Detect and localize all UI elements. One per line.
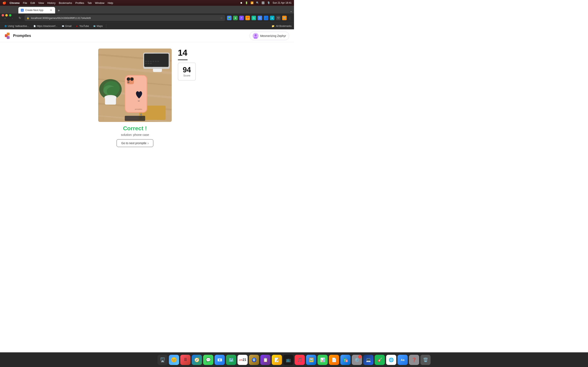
svg-rect-34 — [145, 63, 147, 64]
menubar-right: ⏺ 🔋 📶 🔍 🎛️ 🎙️ Sun 21 Apr 18:41 — [240, 1, 292, 4]
bookmark-label-0: Using 'radioactive... — [8, 25, 29, 27]
svg-rect-32 — [155, 61, 156, 62]
maximize-button[interactable] — [9, 14, 11, 17]
menubar-search-icon[interactable]: 🔍 — [256, 1, 259, 4]
bookmark-label-2: Gmail — [65, 25, 71, 27]
menubar-siri-icon[interactable]: 🎙️ — [267, 1, 270, 4]
tabs-dropdown[interactable]: ⌄ — [290, 9, 292, 13]
svg-point-4 — [255, 34, 257, 36]
score-label: Score — [183, 74, 190, 77]
menubar-tab[interactable]: Tab — [87, 1, 92, 4]
svg-rect-28 — [145, 61, 147, 62]
close-button[interactable] — [2, 14, 4, 17]
browser-frame: N Create Next App ✕ + ⌄ ‹ › ↻ 🔒 localhos… — [0, 6, 294, 29]
bookmark-star-icon[interactable]: ☆ — [220, 16, 223, 20]
solution-text: solution: phone case — [117, 133, 153, 136]
new-tab-button[interactable]: + — [56, 8, 62, 13]
main-content: ⌤ promptles Correct ! solution: phone ca… — [98, 49, 172, 147]
menubar-wifi-icon: 📶 — [251, 1, 254, 4]
ext-settings-icon[interactable]: ⚙️ — [282, 16, 287, 20]
svg-rect-44 — [125, 116, 145, 121]
menubar-control-icon[interactable]: 🎛️ — [261, 1, 265, 4]
logo-text: Promptles — [13, 34, 31, 38]
ext-grammarly-icon[interactable]: G — [251, 16, 256, 20]
svg-point-51 — [131, 78, 133, 80]
menubar-edit[interactable]: Edit — [30, 1, 35, 4]
bookmarks-separator — [106, 24, 106, 28]
game-image-container: ⌤ promptles — [98, 49, 172, 122]
reload-button[interactable]: ↻ — [17, 15, 22, 21]
menubar-battery-icon: 🔋 — [245, 1, 248, 4]
app-logo: Promptles — [5, 33, 31, 39]
user-name: Mesmerizing Zephyr — [260, 34, 286, 38]
menubar-history[interactable]: History — [47, 1, 55, 4]
avatar-icon — [253, 33, 259, 39]
all-bookmarks-label[interactable]: All Bookmarks — [276, 25, 292, 27]
ext-purple-icon[interactable]: P — [239, 16, 244, 20]
ext-shield-icon[interactable]: 🛡 — [276, 16, 281, 20]
apple-menu[interactable]: 🍎 — [2, 1, 6, 5]
result-section: Correct ! solution: phone case Go to nex… — [117, 125, 153, 147]
bookmarks-bar: 🌐 Using 'radioactive... 📄 https://stacko… — [0, 22, 294, 29]
svg-point-49 — [127, 78, 130, 80]
bookmark-stackoverflow[interactable]: 📄 https://stackoverf... — [31, 24, 59, 28]
traffic-lights — [0, 11, 13, 19]
menubar-chrome[interactable]: Chrome — [9, 1, 20, 4]
bookmark-youtube[interactable]: ▶ YouTube — [74, 24, 90, 28]
user-badge[interactable]: Mesmerizing Zephyr — [250, 32, 289, 40]
menubar-file[interactable]: File — [23, 1, 27, 4]
menubar-help[interactable]: Help — [108, 1, 113, 4]
tab-close-button[interactable]: ✕ — [49, 8, 53, 12]
ext-docs-icon[interactable]: S — [258, 16, 262, 20]
svg-rect-36 — [150, 63, 152, 64]
score-box: 94 Score — [178, 63, 196, 81]
bookmark-favicon-2: ✉️ — [61, 25, 64, 27]
menubar-profiles[interactable]: Profiles — [75, 1, 84, 4]
round-divider — [178, 59, 188, 60]
svg-rect-1 — [7, 33, 9, 35]
bookmark-label-1: https://stackoverf... — [37, 25, 57, 27]
menubar-bookmarks[interactable]: Bookmarks — [59, 1, 72, 4]
minimize-button[interactable] — [5, 14, 8, 17]
bookmarks-right-group[interactable]: 📁 All Bookmarks — [272, 25, 292, 27]
ext-teal-icon[interactable]: ● — [270, 16, 274, 20]
ext-fox-icon[interactable]: 🦊 — [245, 16, 250, 20]
bookmark-radioactive[interactable]: 🌐 Using 'radioactive... — [2, 24, 31, 28]
app-header: Promptles Mesmerizing Zephyr — [0, 29, 294, 42]
svg-rect-33 — [157, 61, 159, 62]
svg-rect-30 — [150, 61, 152, 62]
ext-puzzle-icon[interactable]: 🧩 — [227, 16, 232, 20]
svg-rect-2 — [7, 36, 9, 39]
active-tab[interactable]: N Create Next App ✕ — [18, 7, 55, 13]
svg-rect-35 — [148, 63, 149, 64]
menubar-window[interactable]: Window — [95, 1, 104, 4]
menubar-view[interactable]: View — [38, 1, 44, 4]
round-number: 14 — [178, 49, 187, 57]
tab-bar: N Create Next App ✕ + ⌄ — [0, 6, 294, 13]
svg-text:promptles: promptles — [135, 108, 142, 110]
tab-favicon: N — [21, 9, 24, 12]
menubar-time: Sun 21 Apr 18:41 — [273, 1, 292, 4]
ext-blue2-icon[interactable]: 🔵 — [264, 16, 268, 20]
tab-bar-wrapper: N Create Next App ✕ + ⌄ — [0, 6, 294, 13]
bookmark-favicon-0: 🌐 — [4, 25, 7, 27]
svg-rect-31 — [153, 61, 154, 62]
svg-rect-27 — [144, 54, 169, 67]
svg-text:⌤: ⌤ — [138, 100, 140, 102]
bookmark-gmail[interactable]: ✉️ Gmail — [60, 24, 73, 28]
user-avatar — [253, 33, 259, 39]
bookmark-favicon-3: ▶ — [76, 25, 78, 27]
svg-point-42 — [140, 114, 142, 115]
url-bar[interactable]: 🔒 localhost:3000/games/6624390b9f8ff1131… — [25, 15, 225, 21]
bookmark-label-4: Maps — [97, 25, 103, 27]
menubar: 🍎 Chrome File Edit View History Bookmark… — [0, 0, 294, 6]
next-promptle-button[interactable]: Go to next promptle › — [117, 139, 153, 147]
browser-actions: 🧩 ● P 🦊 G S 🔵 ● 🛡 ⚙️ ⋮ — [227, 16, 292, 20]
bookmark-label-3: YouTube — [79, 25, 89, 27]
logo-icon — [5, 33, 11, 39]
bookmark-maps[interactable]: 🗺️ Maps — [91, 24, 104, 28]
browser-menu-icon[interactable]: ⋮ — [288, 16, 292, 20]
score-panel: 14 94 Score — [178, 49, 196, 81]
next-chevron-icon: › — [148, 142, 149, 145]
ext-circle-icon[interactable]: ● — [233, 16, 238, 20]
